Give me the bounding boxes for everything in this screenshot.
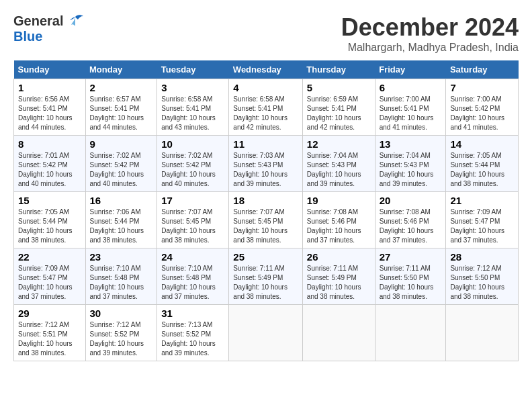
day-cell: 5Sunrise: 6:59 AMSunset: 5:41 PMDaylight… [302,79,375,136]
day-info: Sunrise: 7:06 AMSunset: 5:44 PMDaylight:… [90,208,144,244]
day-info: Sunrise: 7:02 AMSunset: 5:42 PMDaylight:… [90,152,144,187]
day-number: 12 [307,138,371,150]
day-cell: 28Sunrise: 7:12 AMSunset: 5:50 PMDayligh… [446,248,519,305]
day-number: 19 [307,195,371,206]
day-info: Sunrise: 7:01 AMSunset: 5:42 PMDaylight:… [18,152,73,187]
logo-bird-icon [66,14,85,29]
day-number: 27 [380,251,442,263]
col-header-friday: Friday [375,60,446,79]
day-cell: 14Sunrise: 7:05 AMSunset: 5:44 PMDayligh… [446,136,519,192]
week-row-1: 1Sunrise: 6:56 AMSunset: 5:41 PMDaylight… [14,79,519,136]
day-number: 7 [450,82,514,93]
month-title: December 2024 [341,13,519,42]
day-cell: 15Sunrise: 7:05 AMSunset: 5:44 PMDayligh… [14,192,86,248]
col-header-monday: Monday [85,60,157,79]
day-number: 22 [18,251,81,263]
day-info: Sunrise: 7:11 AMSunset: 5:50 PMDaylight:… [380,265,434,300]
day-number: 4 [233,82,298,93]
day-cell: 12Sunrise: 7:04 AMSunset: 5:43 PMDayligh… [302,136,375,192]
day-number: 17 [161,195,224,206]
day-info: Sunrise: 7:12 AMSunset: 5:50 PMDaylight:… [450,265,504,300]
title-area: December 2024 Malhargarh, Madhya Pradesh… [341,13,519,54]
day-info: Sunrise: 6:58 AMSunset: 5:41 PMDaylight:… [233,95,287,131]
day-info: Sunrise: 6:58 AMSunset: 5:41 PMDaylight:… [161,95,216,131]
day-number: 2 [90,82,153,93]
day-info: Sunrise: 7:07 AMSunset: 5:45 PMDaylight:… [161,208,216,244]
col-header-sunday: Sunday [14,60,86,79]
week-row-3: 15Sunrise: 7:05 AMSunset: 5:44 PMDayligh… [14,192,519,248]
location-title: Malhargarh, Madhya Pradesh, India [341,42,519,54]
day-number: 9 [90,138,153,150]
day-number: 8 [18,138,81,150]
day-cell: 3Sunrise: 6:58 AMSunset: 5:41 PMDaylight… [157,79,229,136]
day-cell: 2Sunrise: 6:57 AMSunset: 5:41 PMDaylight… [85,79,157,136]
logo-blue-text: Blue [13,29,42,44]
day-info: Sunrise: 7:09 AMSunset: 5:47 PMDaylight:… [450,208,504,244]
day-info: Sunrise: 7:10 AMSunset: 5:48 PMDaylight:… [90,265,144,300]
day-info: Sunrise: 6:56 AMSunset: 5:41 PMDaylight:… [18,95,73,131]
day-info: Sunrise: 7:05 AMSunset: 5:44 PMDaylight:… [450,152,504,187]
day-info: Sunrise: 7:07 AMSunset: 5:45 PMDaylight:… [233,208,287,244]
week-row-4: 22Sunrise: 7:09 AMSunset: 5:47 PMDayligh… [14,248,519,305]
logo: General Blue [13,13,85,44]
day-cell: 31Sunrise: 7:13 AMSunset: 5:52 PMDayligh… [157,305,229,361]
day-cell [229,305,303,361]
day-cell: 29Sunrise: 7:12 AMSunset: 5:51 PMDayligh… [14,305,86,361]
day-cell: 1Sunrise: 6:56 AMSunset: 5:41 PMDaylight… [14,79,86,136]
day-cell [375,305,446,361]
day-cell: 17Sunrise: 7:07 AMSunset: 5:45 PMDayligh… [157,192,229,248]
day-cell: 7Sunrise: 7:00 AMSunset: 5:42 PMDaylight… [446,79,519,136]
day-info: Sunrise: 7:13 AMSunset: 5:52 PMDaylight:… [161,321,216,357]
day-number: 25 [233,251,298,263]
day-info: Sunrise: 7:05 AMSunset: 5:44 PMDaylight:… [18,208,73,244]
day-number: 11 [233,138,298,150]
week-row-5: 29Sunrise: 7:12 AMSunset: 5:51 PMDayligh… [14,305,519,361]
day-number: 23 [90,251,153,263]
day-info: Sunrise: 7:03 AMSunset: 5:43 PMDaylight:… [233,152,287,187]
day-cell: 26Sunrise: 7:11 AMSunset: 5:49 PMDayligh… [302,248,375,305]
col-header-tuesday: Tuesday [157,60,229,79]
day-info: Sunrise: 7:12 AMSunset: 5:51 PMDaylight:… [18,321,73,357]
day-cell: 13Sunrise: 7:04 AMSunset: 5:43 PMDayligh… [375,136,446,192]
col-header-saturday: Saturday [446,60,519,79]
day-info: Sunrise: 7:10 AMSunset: 5:48 PMDaylight:… [161,265,216,300]
day-number: 14 [450,138,514,150]
day-number: 1 [18,82,81,93]
day-cell: 21Sunrise: 7:09 AMSunset: 5:47 PMDayligh… [446,192,519,248]
day-info: Sunrise: 7:11 AMSunset: 5:49 PMDaylight:… [307,265,361,300]
day-cell: 9Sunrise: 7:02 AMSunset: 5:42 PMDaylight… [85,136,157,192]
day-cell: 18Sunrise: 7:07 AMSunset: 5:45 PMDayligh… [229,192,303,248]
calendar-table: SundayMondayTuesdayWednesdayThursdayFrid… [13,60,519,361]
col-header-thursday: Thursday [302,60,375,79]
day-number: 5 [307,82,371,93]
logo-general-text: General [13,13,63,29]
day-info: Sunrise: 7:04 AMSunset: 5:43 PMDaylight:… [380,152,434,187]
day-number: 30 [90,308,153,319]
day-info: Sunrise: 6:57 AMSunset: 5:41 PMDaylight:… [90,95,144,131]
page-header: General Blue December 2024 Malhargarh, M… [13,13,519,54]
day-info: Sunrise: 7:00 AMSunset: 5:42 PMDaylight:… [450,95,504,131]
day-cell: 23Sunrise: 7:10 AMSunset: 5:48 PMDayligh… [85,248,157,305]
day-cell: 4Sunrise: 6:58 AMSunset: 5:41 PMDaylight… [229,79,303,136]
day-cell: 19Sunrise: 7:08 AMSunset: 5:46 PMDayligh… [302,192,375,248]
day-cell: 30Sunrise: 7:12 AMSunset: 5:52 PMDayligh… [85,305,157,361]
day-cell [302,305,375,361]
day-info: Sunrise: 7:11 AMSunset: 5:49 PMDaylight:… [233,265,287,300]
day-info: Sunrise: 6:59 AMSunset: 5:41 PMDaylight:… [307,95,361,131]
day-info: Sunrise: 7:09 AMSunset: 5:47 PMDaylight:… [18,265,73,300]
day-info: Sunrise: 7:12 AMSunset: 5:52 PMDaylight:… [90,321,144,357]
day-number: 10 [161,138,224,150]
day-number: 15 [18,195,81,206]
day-info: Sunrise: 7:02 AMSunset: 5:42 PMDaylight:… [161,152,216,187]
day-cell: 8Sunrise: 7:01 AMSunset: 5:42 PMDaylight… [14,136,86,192]
day-number: 18 [233,195,298,206]
day-number: 28 [450,251,514,263]
day-number: 26 [307,251,371,263]
day-cell: 20Sunrise: 7:08 AMSunset: 5:46 PMDayligh… [375,192,446,248]
day-number: 13 [380,138,442,150]
day-info: Sunrise: 7:08 AMSunset: 5:46 PMDaylight:… [307,208,361,244]
day-number: 16 [90,195,153,206]
day-cell: 16Sunrise: 7:06 AMSunset: 5:44 PMDayligh… [85,192,157,248]
day-number: 24 [161,251,224,263]
day-info: Sunrise: 7:08 AMSunset: 5:46 PMDaylight:… [380,208,434,244]
